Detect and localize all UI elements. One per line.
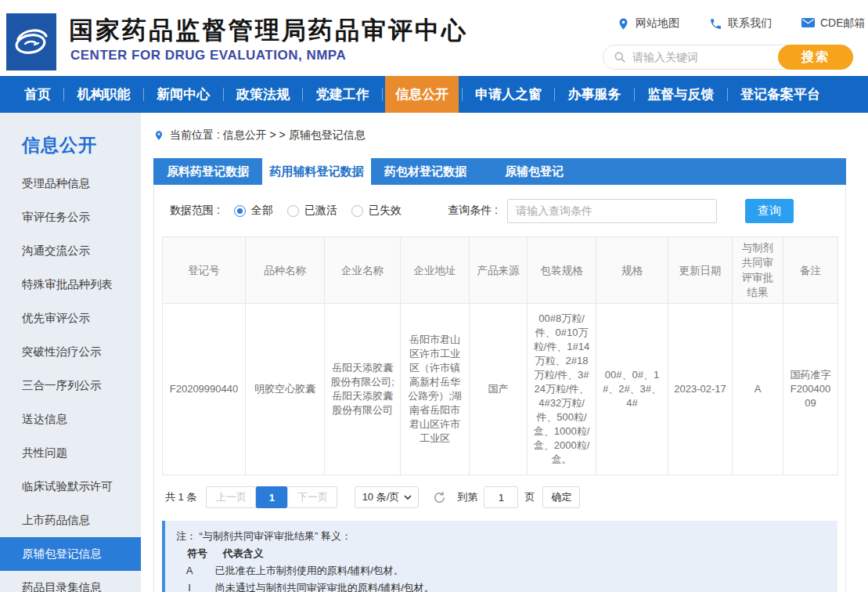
breadcrumb: 当前位置 : 信息公开 > > 原辅包登记信息 [153, 128, 366, 143]
tab-packaging-registration-data[interactable]: 药包材登记数据 [371, 158, 480, 185]
sidebar-item-common-issues[interactable]: 共性问题 [0, 436, 141, 470]
query-input[interactable] [507, 199, 717, 223]
phone-icon [709, 17, 722, 31]
chevron-down-icon [404, 495, 412, 500]
note-row-a: A 已批准在上市制剂使用的原料/辅料/包材。 [176, 562, 827, 579]
tab-raw-excipient-packaging-registration[interactable]: 原辅包登记 [480, 158, 589, 185]
col-header-registration-no: 登记号 [163, 237, 246, 304]
tab-api-registration-data[interactable]: 原料药登记数据 [153, 158, 262, 185]
mailbox-link[interactable]: CDE邮箱 [801, 16, 866, 31]
site-title: 国家药品监督管理局药品审评中心 [69, 14, 468, 47]
query-button[interactable]: 查询 [745, 199, 794, 223]
col-header-joint-review-result: 与制剂共同审评审批结果 [733, 237, 783, 304]
note-row-i: I 尚未通过与制剂共同审评审批的原料/辅料/包材。 [176, 579, 827, 592]
nav-item-functions[interactable]: 机构职能 [67, 76, 141, 113]
location-pin-icon [617, 17, 630, 31]
page-size-value: 10 条/页 [362, 490, 400, 504]
nav-item-policies[interactable]: 政策法规 [226, 76, 300, 113]
sidebar-item-breakthrough-therapy[interactable]: 突破性治疗公示 [0, 335, 141, 369]
cell-spec: 00#、0#、1#、2#、3#、4# [596, 304, 668, 475]
nav-item-registration-platform[interactable]: 登记备案平台 [730, 76, 830, 113]
radio-option-all[interactable]: 全部 [234, 204, 273, 218]
sidebar-item-review-tasks[interactable]: 审评任务公示 [0, 200, 141, 234]
sidebar-item-three-in-one-sequence[interactable]: 三合一序列公示 [0, 369, 141, 402]
note-symbol: A [176, 562, 203, 579]
note-col-symbol: 符号 [184, 545, 211, 562]
next-page-button[interactable]: 下一页 [287, 486, 337, 508]
col-header-product-origin: 产品来源 [470, 237, 528, 304]
goto-label: 到第 [457, 490, 477, 504]
sidebar-item-marketed-drug-info[interactable]: 上市药品信息 [0, 504, 141, 537]
radio-icon [287, 205, 299, 217]
nav-item-services[interactable]: 办事服务 [558, 76, 632, 113]
nav-separator [302, 88, 303, 101]
table-header-row: 登记号 品种名称 企业名称 企业地址 产品来源 包装规格 规格 更新日期 与制剂… [163, 237, 838, 304]
nav-item-supervision-feedback[interactable]: 监督与反馈 [637, 76, 724, 113]
registration-table: 登记号 品种名称 企业名称 企业地址 产品来源 包装规格 规格 更新日期 与制剂… [162, 236, 838, 475]
cell-joint-review-result: A [733, 304, 783, 475]
radio-option-expired[interactable]: 已失效 [351, 204, 402, 218]
cell-remarks: 国药准字F20040009 [783, 304, 838, 475]
nav-separator [63, 88, 64, 101]
nav-item-home[interactable]: 首页 [14, 76, 61, 113]
sidebar-item-delivery-info[interactable]: 送达信息 [0, 402, 141, 436]
page-size-select[interactable]: 10 条/页 [355, 486, 419, 508]
note-symbol: I [176, 579, 203, 592]
sidebar-item-clinical-trial-implied-license[interactable]: 临床试验默示许可 [0, 470, 141, 504]
nav-item-news[interactable]: 新闻中心 [146, 76, 220, 113]
col-header-company-address: 企业地址 [401, 237, 470, 304]
goto-page-input[interactable] [484, 486, 518, 508]
note-meaning: 尚未通过与制剂共同审评审批的原料/辅料/包材。 [215, 582, 434, 592]
sidebar-item-accepted-products[interactable]: 受理品种信息 [0, 167, 141, 200]
radio-option-activated[interactable]: 已激活 [287, 204, 337, 218]
table-row: F20209990440 明胶空心胶囊 岳阳天添胶囊股份有限公司;岳阳天添胶囊股… [163, 304, 838, 475]
col-header-company-name: 企业名称 [325, 237, 401, 304]
prev-page-button[interactable]: 上一页 [206, 486, 256, 508]
mailbox-label: CDE邮箱 [820, 16, 866, 31]
sidebar-item-drug-catalog-info[interactable]: 药品目录集信息 [0, 571, 141, 592]
search-button[interactable]: 搜索 [778, 45, 853, 70]
nav-item-party-building[interactable]: 党建工作 [306, 76, 380, 113]
search-bar: 搜索 [603, 45, 853, 70]
note-title: 注： “与制剂共同审评审批结果” 释义： [176, 528, 827, 545]
page: 国家药品监督管理局药品审评中心 CENTER FOR DRUG EVALUATI… [0, 0, 868, 592]
search-input[interactable] [626, 51, 778, 63]
sidebar-item-raw-excipient-packaging-registration[interactable]: 原辅包登记信息 [0, 537, 141, 571]
sidebar-item-special-approval-list[interactable]: 特殊审批品种列表 [0, 268, 141, 301]
radio-label-expired: 已失效 [369, 204, 402, 218]
sidebar-item-communication[interactable]: 沟通交流公示 [0, 234, 141, 268]
nav-item-information-disclosure[interactable]: 信息公开 [385, 76, 459, 113]
cell-update-date: 2023-02-17 [668, 304, 733, 475]
col-header-spec: 规格 [596, 237, 668, 304]
breadcrumb-text: 当前位置 : 信息公开 > > 原辅包登记信息 [170, 128, 366, 143]
radio-label-activated: 已激活 [304, 204, 337, 218]
nav-separator [462, 88, 463, 101]
location-pin-icon [153, 129, 164, 142]
sidebar-item-priority-review[interactable]: 优先审评公示 [0, 301, 141, 335]
note-header: 符号 代表含义 [176, 545, 827, 562]
note-meaning: 已批准在上市制剂使用的原料/辅料/包材。 [215, 565, 404, 576]
contact-link[interactable]: 联系我们 [709, 16, 772, 31]
confirm-button[interactable]: 确定 [542, 486, 580, 508]
site-subtitle: CENTER FOR DRUG EVALUATION, NMPA [70, 48, 346, 63]
cell-product-origin: 国产 [470, 304, 528, 475]
refresh-icon[interactable] [433, 491, 446, 504]
sitemap-label: 网站地图 [636, 16, 679, 31]
sitemap-link[interactable]: 网站地图 [617, 16, 679, 31]
radio-icon [351, 205, 363, 217]
scope-label: 数据范围 : [170, 204, 220, 218]
nav-separator [223, 88, 224, 101]
nav-separator [554, 88, 555, 101]
tab-bar: 原料药登记数据 药用辅料登记数据 药包材登记数据 原辅包登记 [153, 158, 846, 185]
nav-separator [727, 88, 728, 101]
pagination: 共 1 条 上一页 1 下一页 10 条/页 到第 页 确定 [165, 486, 837, 508]
nav-item-applicant-window[interactable]: 申请人之窗 [465, 76, 552, 113]
page-1-button[interactable]: 1 [256, 486, 287, 508]
envelope-icon [801, 17, 815, 31]
nav-separator [634, 88, 635, 101]
quick-links: 网站地图 联系我们 CDE邮箱 [617, 16, 866, 31]
cell-company-address: 岳阳市君山区许市工业区（许市镇高新村岳华公路旁）;湖南省岳阳市君山区许市工业区 [401, 304, 470, 475]
cde-logo [6, 13, 56, 70]
cell-product-name: 明胶空心胶囊 [246, 304, 325, 475]
tab-excipient-registration-data[interactable]: 药用辅料登记数据 [262, 158, 371, 185]
